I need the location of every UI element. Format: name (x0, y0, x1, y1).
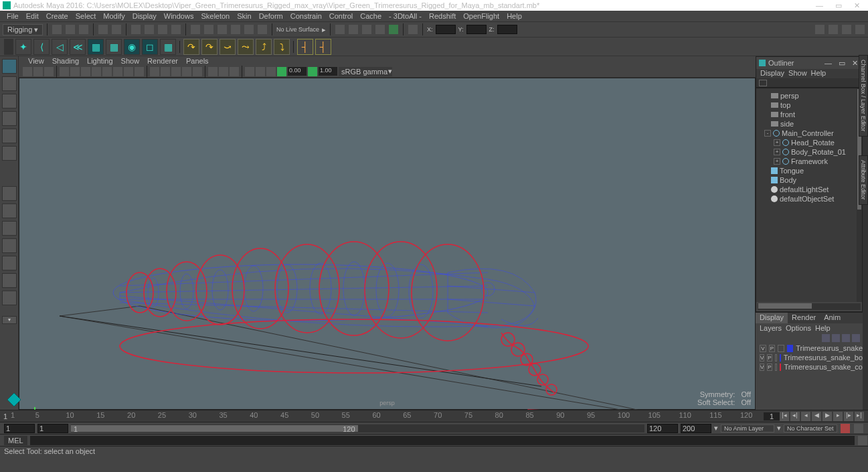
command-input[interactable] (30, 436, 855, 445)
step-forward-key-button[interactable]: |▸ (844, 412, 853, 421)
layer-type-toggle[interactable] (775, 354, 777, 362)
shelf-curve2-icon[interactable]: ↷ (201, 39, 218, 55)
shelf-fastback-icon[interactable]: ≪ (70, 39, 86, 55)
step-forward-button[interactable]: ▸ (833, 412, 843, 421)
snap-point-icon[interactable] (217, 24, 228, 35)
exp-a-icon[interactable] (245, 67, 254, 76)
viewport-persp[interactable]: persp Symmetry: Off Soft Select: Off (19, 78, 756, 410)
gate-mask-icon[interactable] (102, 67, 112, 76)
layers-menu-item[interactable]: Options (786, 324, 811, 332)
range-slider[interactable]: 1120 (71, 424, 644, 432)
layout-single-icon[interactable] (2, 186, 17, 201)
expand-icon[interactable]: + (774, 139, 780, 146)
menu-item[interactable]: Constrain (288, 12, 325, 20)
layer-new-selected-icon[interactable] (852, 334, 860, 342)
outliner-item-framework[interactable]: +Framework (758, 157, 861, 166)
sidebar-tab-channelbox[interactable]: Channel Box / Layer Editor (859, 55, 868, 137)
move-tool[interactable] (2, 111, 17, 126)
channel-box-icon[interactable] (855, 24, 865, 35)
menu-item[interactable]: Create (44, 12, 71, 20)
resolution-gate-icon[interactable] (92, 67, 101, 76)
panel-menu-item[interactable]: Shading (50, 57, 82, 65)
outliner-tree[interactable]: persp top front side -Main_Controller +H… (756, 88, 862, 302)
exposure-toggle-icon[interactable] (277, 67, 286, 76)
panel-menu-item[interactable]: Show (118, 57, 143, 65)
panel-menu-item[interactable]: Renderer (145, 57, 181, 65)
menu-item[interactable]: Cache (357, 12, 384, 20)
time-slider[interactable]: 1 15101520253035404550556065707580859095… (0, 410, 868, 422)
shelf-curve6-icon[interactable]: ⤵ (274, 39, 290, 55)
chevron-down-icon[interactable]: ▾ (777, 424, 781, 432)
undo-icon[interactable] (98, 24, 108, 35)
tool-settings-icon[interactable] (841, 24, 852, 35)
grid-icon[interactable] (70, 67, 80, 76)
panel-menu-item[interactable]: Panels (183, 57, 211, 65)
scale-tool[interactable] (2, 146, 17, 161)
ipr-render-icon[interactable] (361, 24, 372, 35)
autokey-icon[interactable] (840, 423, 851, 434)
outliner-item-body[interactable]: Body (758, 175, 861, 185)
layout-icon[interactable] (408, 24, 418, 35)
coord-x-input[interactable] (436, 25, 456, 34)
save-scene-icon[interactable] (78, 24, 89, 35)
close-button[interactable]: ✕ (854, 1, 860, 10)
play-back-button[interactable]: ◀ (812, 412, 821, 421)
shelf-bracket1-icon[interactable]: ┤ (297, 39, 313, 55)
rotate-tool[interactable] (2, 129, 17, 143)
expand-icon[interactable]: + (774, 149, 780, 155)
shelf-curve4-icon[interactable]: ⤳ (238, 39, 254, 55)
outliner-minimize-icon[interactable]: — (824, 59, 832, 68)
snap-curve-icon[interactable] (203, 24, 214, 35)
outliner-item-front[interactable]: front (758, 110, 861, 119)
timeline-frame-field[interactable]: 1 (764, 412, 780, 420)
step-back-button[interactable]: ◂ (801, 412, 810, 421)
layer-color-swatch[interactable] (780, 354, 781, 362)
go-end-button[interactable]: ▸| (855, 412, 864, 421)
menu-item[interactable]: Edit (23, 12, 41, 20)
isolate-icon[interactable] (208, 67, 218, 76)
shelf-star-icon[interactable]: ✦ (15, 39, 31, 55)
play-forward-button[interactable]: ▶ (822, 412, 832, 421)
outliner-item-main-controller[interactable]: -Main_Controller (758, 129, 861, 138)
color-space-dropdown[interactable]: sRGB gamma ▾ (339, 67, 392, 76)
shelf-curve3-icon[interactable]: ⤻ (220, 39, 236, 55)
layer-color-swatch[interactable] (780, 364, 781, 371)
safe-action-icon[interactable] (124, 67, 133, 76)
tab-anim[interactable]: Anim (820, 313, 845, 323)
outliner-search[interactable] (756, 78, 862, 88)
outliner-close-icon[interactable]: ✕ (852, 59, 858, 68)
layer-visibility-toggle[interactable]: V (760, 354, 764, 362)
image-plane-icon[interactable] (60, 67, 69, 76)
redo-icon[interactable] (111, 24, 122, 35)
timeline-ruler[interactable]: 1510152025303540455055606570758085909510… (11, 410, 764, 422)
snap-plane-icon[interactable] (230, 24, 241, 35)
layer-row[interactable]: V P Trimeresurus_snake_co (756, 362, 863, 372)
wireframe-icon[interactable] (150, 67, 159, 76)
layout-two-v-icon[interactable] (2, 238, 17, 253)
construction-history-icon[interactable] (335, 24, 345, 35)
outliner-item-lightset[interactable]: defaultLightSet (758, 185, 861, 194)
shelf-bracket2-icon[interactable]: ┤ (315, 39, 331, 55)
lasso-tool[interactable] (2, 76, 17, 91)
shelf-play-icon[interactable]: ◁ (52, 39, 68, 55)
hypershade-icon[interactable] (388, 24, 399, 35)
panel-menu-item[interactable]: Lighting (84, 57, 116, 65)
snap-grid-icon[interactable] (190, 24, 201, 35)
paint-select-tool[interactable] (2, 94, 17, 108)
layout-two-h-icon[interactable] (2, 221, 17, 236)
outliner-item-objectset[interactable]: defaultObjectSet (758, 194, 861, 204)
layer-row[interactable]: V P Trimeresurus_snake (756, 343, 863, 353)
film-gate-icon[interactable] (81, 67, 90, 76)
outliner-item-side[interactable]: side (758, 119, 861, 129)
coord-z-input[interactable] (497, 25, 517, 34)
layout-four-icon[interactable] (2, 204, 17, 218)
use-lights-icon[interactable] (182, 67, 191, 76)
character-set-dropdown[interactable]: No Character Set (784, 424, 837, 432)
coord-y-input[interactable] (466, 25, 487, 34)
exposure-field[interactable]: 0.00 (288, 67, 307, 76)
menu-item[interactable]: Help (504, 12, 525, 20)
shelf-curve1-icon[interactable]: ↷ (183, 39, 199, 55)
layer-new-empty-icon[interactable] (842, 334, 850, 342)
outliner-menu-item[interactable]: Help (811, 69, 827, 78)
menu-item[interactable]: Skin (234, 12, 254, 20)
